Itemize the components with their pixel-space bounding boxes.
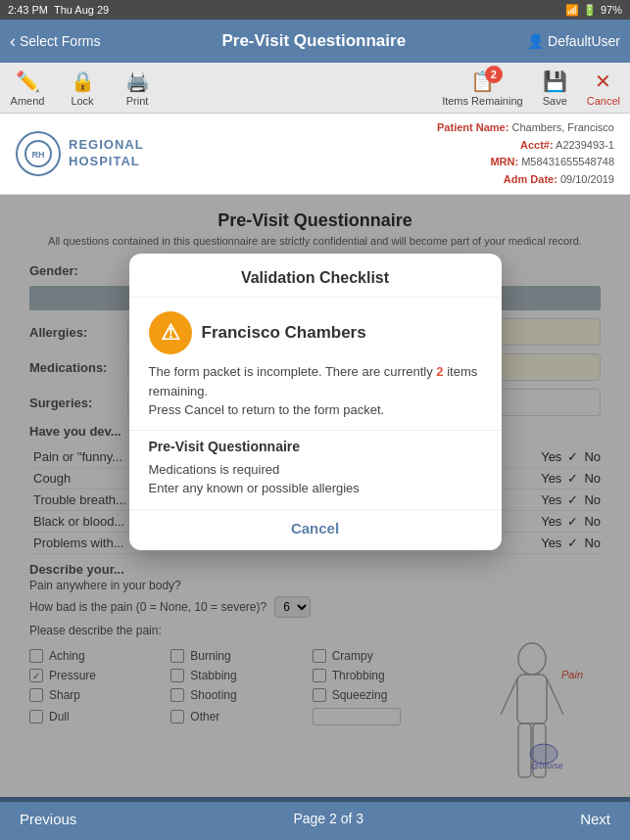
acct-label: Acct#:: [520, 139, 554, 151]
content-area: Pre-Visit Questionnaire All questions co…: [0, 195, 630, 802]
cancel-label: Cancel: [587, 95, 620, 107]
modal-sub-text: Press Cancel to return to the form packe…: [149, 402, 385, 417]
amend-icon: ✏️: [16, 70, 40, 93]
print-label: Print: [126, 95, 149, 107]
status-time: 2:43 PM: [8, 4, 48, 16]
patient-name-label: Patient Name:: [437, 121, 509, 133]
patient-name-row: Patient Name: Chambers, Francisco: [437, 119, 614, 137]
save-label: Save: [543, 95, 567, 107]
adm-date-label: Adm Date:: [504, 173, 557, 185]
status-bar-left: 2:43 PM Thu Aug 29: [8, 4, 109, 16]
page-info: Page 2 of 3: [293, 811, 363, 826]
items-remaining-label: Items Remaining: [442, 95, 523, 107]
modal-form-section-title: Pre-Visit Questionnaire: [149, 439, 482, 454]
lock-label: Lock: [71, 95, 93, 107]
modal-item-count: 2: [436, 364, 443, 379]
cancel-button[interactable]: ✕ Cancel: [587, 70, 620, 107]
items-remaining-count: 2: [485, 66, 503, 83]
nav-user[interactable]: 👤 DefaultUser: [527, 33, 620, 49]
patient-info-block: Patient Name: Chambers, Francisco Acct#:…: [437, 119, 614, 188]
bottom-nav: Previous Page 2 of 3 Next: [0, 797, 630, 840]
save-icon: 💾: [543, 70, 567, 93]
print-button[interactable]: 🖨️ Print: [120, 70, 155, 107]
hospital-name-label: REGIONALHOSPITAL: [69, 137, 144, 170]
status-bar: 2:43 PM Thu Aug 29 📶 🔋 97%: [0, 0, 630, 20]
items-remaining-badge: 📋 2: [470, 70, 495, 93]
save-button[interactable]: 💾 Save: [543, 70, 567, 107]
back-arrow-icon: ‹: [10, 31, 16, 52]
lock-icon: 🔒: [71, 70, 95, 93]
username-label: DefaultUser: [548, 33, 620, 49]
patient-name-value: Chambers, Francisco: [511, 121, 614, 133]
adm-date-row: Adm Date: 09/10/2019: [437, 171, 614, 189]
validation-modal: Validation Checklist ⚠ Francisco Chamber…: [129, 254, 502, 550]
toolbar: ✏️ Amend 🔒 Lock 🖨️ Print 📋 2 Items Remai…: [0, 63, 630, 114]
user-icon: 👤: [527, 33, 544, 49]
next-button[interactable]: Next: [580, 811, 610, 827]
status-date: Thu Aug 29: [54, 4, 109, 16]
content-scrollable: Pre-Visit Questionnaire All questions co…: [0, 195, 630, 802]
print-icon: 🖨️: [125, 70, 150, 93]
modal-body-text: The form packet is incomplete. There are…: [129, 362, 502, 430]
status-bar-right: 📶 🔋 97%: [565, 4, 622, 17]
mrn-label: MRN:: [490, 156, 518, 167]
amend-label: Amend: [11, 95, 45, 107]
modal-cancel-row: Cancel: [129, 509, 502, 550]
acct-row: Acct#: A2239493-1: [437, 137, 614, 155]
modal-req-item-2: Enter any known or possible allergies: [149, 479, 482, 497]
previous-button[interactable]: Previous: [20, 811, 76, 827]
modal-overlay: Validation Checklist ⚠ Francisco Chamber…: [0, 195, 630, 802]
modal-body-text-1: The form packet is incomplete. There are…: [149, 364, 433, 379]
cancel-icon: ✕: [595, 70, 611, 93]
svg-text:RH: RH: [32, 150, 45, 160]
mrn-value: M58431655548748: [521, 156, 614, 167]
nav-back-button[interactable]: ‹ Select Forms: [10, 31, 100, 52]
amend-button[interactable]: ✏️ Amend: [10, 70, 45, 107]
hospital-logo: RH REGIONALHOSPITAL: [16, 131, 144, 176]
items-remaining-button[interactable]: 📋 2 Items Remaining: [442, 70, 523, 107]
warning-icon: ⚠: [149, 311, 192, 354]
modal-req-item-1: Medications is required: [149, 460, 482, 479]
patient-header: RH REGIONALHOSPITAL Patient Name: Chambe…: [0, 114, 630, 195]
acct-value: A2239493-1: [556, 139, 614, 151]
adm-date-value: 09/10/2019: [560, 173, 614, 185]
battery-percent: 97%: [601, 4, 622, 16]
wifi-icon: 📶: [565, 4, 579, 17]
nav-title: Pre-Visit Questionnaire: [221, 31, 406, 51]
hospital-logo-icon: RH: [16, 131, 61, 176]
battery-icon: 🔋: [583, 4, 597, 17]
modal-cancel-button[interactable]: Cancel: [291, 520, 339, 537]
mrn-row: MRN: M58431655548748: [437, 154, 614, 171]
modal-patient-name: Francisco Chambers: [202, 323, 366, 343]
nav-back-label: Select Forms: [20, 33, 100, 49]
modal-patient-row: ⚠ Francisco Chambers: [129, 298, 502, 362]
lock-button[interactable]: 🔒 Lock: [65, 70, 100, 107]
nav-bar: ‹ Select Forms Pre-Visit Questionnaire 👤…: [0, 20, 630, 63]
modal-form-section: Pre-Visit Questionnaire Medications is r…: [129, 430, 502, 505]
modal-header: Validation Checklist: [129, 254, 502, 298]
